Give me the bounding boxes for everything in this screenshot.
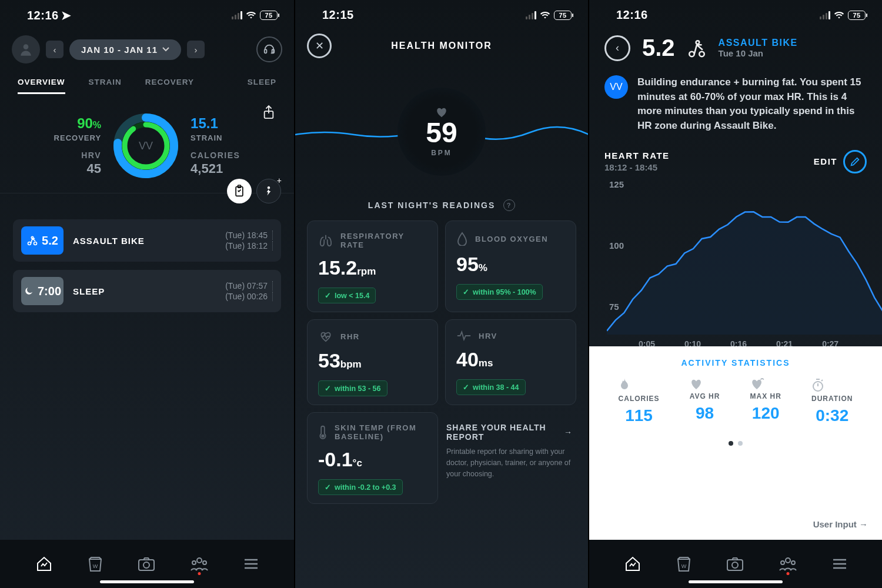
metric-blood-oxygen[interactable]: BLOOD OXYGEN 95% ✓ within 95% - 100% xyxy=(445,220,576,312)
nav-camera[interactable] xyxy=(726,556,744,572)
status-bar: 12:16➤ 75 xyxy=(0,0,294,25)
activity-item-bike[interactable]: 5.2 ASSAULT BIKE (Tue) 18:45 (Tue) 18:12 xyxy=(13,219,281,262)
screen-overview: 12:16➤ 75 ‹ JAN 10 - JAN 11 › OVERVIEW S… xyxy=(0,0,294,588)
svg-point-25 xyxy=(732,562,738,568)
thermometer-icon xyxy=(318,425,328,440)
svg-point-17 xyxy=(192,561,196,564)
nav-camera[interactable] xyxy=(138,556,155,572)
stat-max-hr: MAX HR 120 xyxy=(750,378,781,425)
metric-rhr[interactable]: RHR 53bpm ✓ within 53 - 56 xyxy=(307,319,438,405)
nav-menu[interactable] xyxy=(832,558,847,570)
activity-list: 5.2 ASSAULT BIKE (Tue) 18:45 (Tue) 18:12… xyxy=(0,193,294,312)
share-button[interactable] xyxy=(262,105,275,120)
nav-community[interactable] xyxy=(190,556,209,572)
heart-icon xyxy=(690,378,720,390)
nav-menu[interactable] xyxy=(243,558,259,570)
strain-label: STRAIN xyxy=(191,133,240,142)
svg-point-0 xyxy=(24,44,29,49)
tab-strain[interactable]: STRAIN xyxy=(89,78,122,94)
bpm-value: 59 xyxy=(426,116,457,149)
battery-icon: 75 xyxy=(260,11,278,20)
user-input-link[interactable]: User Input → xyxy=(813,519,868,529)
activity-item-sleep[interactable]: 7:00 SLEEP (Tue) 07:57 (Tue) 00:26 xyxy=(13,270,281,312)
svg-point-15 xyxy=(143,562,149,568)
location-icon: ➤ xyxy=(61,9,72,22)
calories-label: CALORIES xyxy=(191,151,240,160)
hrv-label: HRV xyxy=(54,151,101,160)
svg-point-20 xyxy=(689,51,694,56)
status-bar: 12:15 75 xyxy=(295,0,588,24)
hrv-value: 45 xyxy=(54,161,101,176)
status-time: 12:16 xyxy=(616,8,648,22)
svg-point-11 xyxy=(28,242,31,245)
stopwatch-icon xyxy=(811,378,853,392)
date-range-picker[interactable]: JAN 10 - JAN 11 xyxy=(69,39,181,60)
hr-title: HEART RATE xyxy=(604,151,670,161)
svg-point-10 xyxy=(268,186,270,189)
stat-avg-hr: AVG HR 98 xyxy=(690,378,720,425)
tab-recovery[interactable]: RECOVERY xyxy=(145,78,194,94)
hr-time-range: 18:12 - 18:45 xyxy=(604,162,670,172)
battery-icon: 75 xyxy=(848,11,866,20)
status-right: 75 xyxy=(820,11,866,20)
home-indicator[interactable] xyxy=(100,580,194,583)
activity-times: (Tue) 07:57 (Tue) 00:26 xyxy=(225,280,273,302)
y-tick: 75 xyxy=(609,302,619,312)
bike-icon xyxy=(687,38,707,58)
wifi-icon xyxy=(834,11,844,19)
progress-ring[interactable]: VV xyxy=(112,112,180,180)
battery-icon: 75 xyxy=(554,11,572,20)
strain-summary: 15.1 STRAIN CALORIES 4,521 xyxy=(191,115,240,176)
help-icon[interactable]: ? xyxy=(503,199,515,211)
status-right: 75 xyxy=(232,11,278,20)
nav-journal[interactable]: W xyxy=(676,556,691,572)
screen-activity-detail: 12:16 75 ‹ 5.2 ASSAULT BIKE Tue 10 Jan V… xyxy=(588,0,882,588)
live-bpm: 59 BPM xyxy=(295,68,588,186)
hr-chart[interactable]: 125 100 75 0:05 0:10 0:16 0:21 0:27 xyxy=(589,176,882,346)
cellular-icon xyxy=(232,11,242,19)
hr-heading: HEART RATE 18:12 - 18:45 EDIT xyxy=(589,137,882,176)
heart-up-icon xyxy=(750,378,781,390)
pager[interactable] xyxy=(603,438,868,447)
add-activity-button[interactable]: + xyxy=(256,179,281,203)
metric-skin-temp[interactable]: SKIN TEMP (FROM BASELINE) -0.1°c ✓ withi… xyxy=(307,412,438,504)
nav-home[interactable] xyxy=(624,556,642,572)
activity-date: Tue 10 Jan xyxy=(719,48,798,58)
svg-point-27 xyxy=(781,561,784,564)
support-button[interactable] xyxy=(256,36,282,62)
nav-community[interactable] xyxy=(779,556,797,572)
activity-score: 5.2 xyxy=(642,35,675,61)
divider: + xyxy=(0,193,294,193)
stat-calories: CALORIES 115 xyxy=(619,378,660,425)
calories-value: 4,521 xyxy=(191,161,240,176)
stat-duration: DURATION 0:32 xyxy=(811,378,853,425)
bike-icon xyxy=(26,235,38,246)
screen-health-monitor: 12:15 75 ✕ HEALTH MONITOR 59 BPM LAST NI… xyxy=(294,0,588,588)
back-button[interactable]: ‹ xyxy=(604,35,630,61)
recovery-summary: 90% RECOVERY HRV 45 xyxy=(54,115,101,176)
header: ‹ 5.2 ASSAULT BIKE Tue 10 Jan xyxy=(589,24,882,66)
home-indicator[interactable] xyxy=(689,580,783,583)
metric-respiratory[interactable]: RESPIRATORY RATE 15.2rpm ✓ low < 15.4 xyxy=(307,220,438,312)
metric-hrv[interactable]: HRV 40ms ✓ within 38 - 44 xyxy=(445,319,576,405)
date-next-button[interactable]: › xyxy=(187,41,205,58)
activity-name: ASSAULT BIKE xyxy=(73,236,145,246)
nav-journal[interactable]: W xyxy=(88,556,103,572)
activity-times: (Tue) 18:45 (Tue) 18:12 xyxy=(225,229,273,252)
nav-home[interactable] xyxy=(35,556,53,572)
share-report[interactable]: SHARE YOUR HEALTH REPORT→ Printable repo… xyxy=(445,412,576,504)
date-prev-button[interactable]: ‹ xyxy=(46,41,64,58)
cellular-icon xyxy=(526,11,536,19)
cellular-icon xyxy=(820,11,830,19)
activity-name: SLEEP xyxy=(73,286,105,296)
summary-ring: 90% RECOVERY HRV 45 VV 15.1 STRAIN CALOR… xyxy=(0,94,294,193)
tab-overview[interactable]: OVERVIEW xyxy=(18,78,65,94)
status-time: 12:15 xyxy=(322,8,354,22)
insight-text: Building endurance + burning fat. You sp… xyxy=(637,75,867,133)
activity-badge: 5.2 xyxy=(21,226,64,255)
tab-sleep[interactable]: SLEEP xyxy=(248,78,276,94)
clipboard-button[interactable] xyxy=(227,179,252,203)
edit-button[interactable] xyxy=(843,150,867,173)
avatar[interactable] xyxy=(12,35,40,64)
insight: VV Building endurance + burning fat. You… xyxy=(589,66,882,137)
